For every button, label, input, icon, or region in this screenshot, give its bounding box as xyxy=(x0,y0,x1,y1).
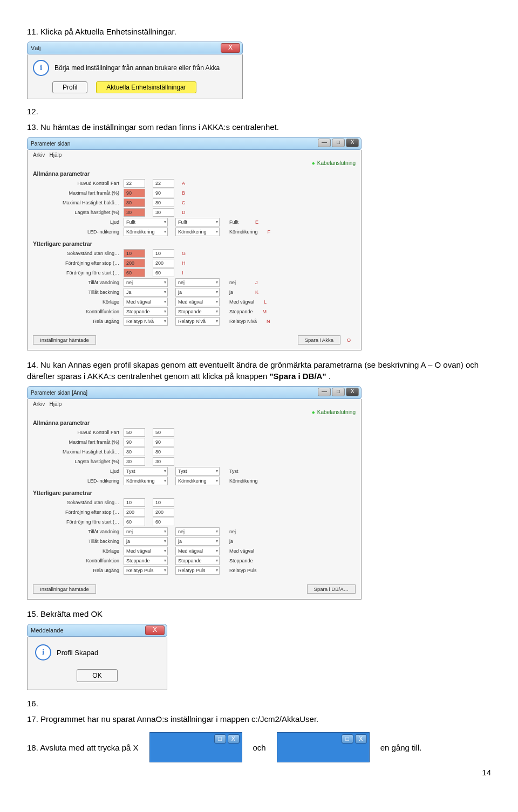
maxb-field-2: 80 xyxy=(153,448,174,456)
close-icon[interactable]: X xyxy=(346,139,359,147)
maxf-field-1[interactable]: 90 xyxy=(124,438,145,446)
step-16: 16. xyxy=(27,698,491,709)
sok-field-1[interactable]: 10 xyxy=(124,249,145,258)
label-vand: Tillåt vändning xyxy=(33,280,124,285)
label-fefter: Fördröjning efter stop (… xyxy=(33,260,124,266)
kontr-select-2[interactable]: Stoppande xyxy=(175,307,220,316)
label-ffore: Fördröjning före start (… xyxy=(33,270,124,276)
menu-arkiv[interactable]: Arkiv xyxy=(33,401,45,407)
maximize-icon[interactable]: □ xyxy=(342,734,353,744)
aktuella-enhetsinstallningar-button[interactable]: Aktuella Enhetsinställningar xyxy=(96,81,196,93)
vand-select-2[interactable]: nej xyxy=(175,278,220,287)
window-titlebar-2: Parameter sidan [Anna] — □ X xyxy=(27,386,362,399)
led-val-3: Körindikering xyxy=(227,477,260,485)
installningar-hamtade-button-2[interactable]: Inställningar hämtade xyxy=(33,584,96,594)
huvud-field-2: 22 xyxy=(153,179,174,188)
section-ytterligare: Ytterligare parametrar xyxy=(33,240,356,247)
vand-select-1[interactable]: nej xyxy=(124,527,168,536)
led-select-1[interactable]: Körindikering xyxy=(124,228,168,236)
dialog-title: Välj xyxy=(31,45,40,51)
annotation-b: B xyxy=(182,190,190,196)
rela-select-1[interactable]: Relätyp Nivå xyxy=(124,317,168,326)
rela-select-2[interactable]: Relätyp Nivå xyxy=(175,317,220,326)
label-korl: Körläge xyxy=(33,548,124,554)
huvud-field-1[interactable]: 22 xyxy=(124,179,145,188)
menu-arkiv[interactable]: Arkiv xyxy=(33,152,45,158)
installningar-hamtade-button[interactable]: Inställningar hämtade xyxy=(33,335,96,345)
menu-hjalp[interactable]: Hjälp xyxy=(50,152,62,158)
ljud-select-2[interactable]: Tyst xyxy=(175,467,220,476)
maxf-field-2: 90 xyxy=(153,438,174,446)
maximize-icon[interactable]: □ xyxy=(332,388,345,396)
close-icon[interactable]: X xyxy=(346,388,359,396)
label-ljud: Ljud xyxy=(33,219,124,225)
huvud-field-1[interactable]: 50 xyxy=(124,428,145,437)
maxb-field-1[interactable]: 80 xyxy=(124,448,145,456)
window-titlebar: Parameter sidan — □ X xyxy=(27,137,362,150)
vand-select-2[interactable]: nej xyxy=(175,527,220,536)
close-icon[interactable]: X xyxy=(355,734,367,744)
led-select-1[interactable]: Körindikering xyxy=(124,477,168,485)
led-select-2[interactable]: Körindikering xyxy=(175,477,220,485)
maximize-icon[interactable]: □ xyxy=(332,139,345,147)
ffore-field-1[interactable]: 60 xyxy=(124,269,145,277)
spara-i-akka-button[interactable]: Spara i Akka xyxy=(298,335,340,345)
fefter-field-1[interactable]: 200 xyxy=(124,508,145,517)
dialog-valj: Välj X i Börja med inställningar från an… xyxy=(27,42,243,99)
korl-select-2[interactable]: Med vägval xyxy=(175,547,220,555)
korl-select-2[interactable]: Med vägval xyxy=(175,298,220,306)
step-18-row: 18. Avsluta med att trycka på X □ X och … xyxy=(27,732,491,762)
korl-select-1[interactable]: Med vägval xyxy=(124,298,168,306)
vand-val-3: nej xyxy=(227,528,248,535)
minimize-icon[interactable]: — xyxy=(318,388,331,396)
msg-title: Meddelande xyxy=(31,627,64,634)
back-select-2[interactable]: ja xyxy=(175,288,220,297)
ffore-field-2: 60 xyxy=(153,269,174,277)
ljud-select-1[interactable]: Fullt xyxy=(124,218,168,226)
label-ljud: Ljud xyxy=(33,469,124,474)
vand-select-1[interactable]: nej xyxy=(124,278,168,287)
rela-select-1[interactable]: Relätyp Puls xyxy=(124,566,168,575)
close-icon[interactable]: X xyxy=(145,625,165,635)
step-18-pre: 18. Avsluta med att trycka på X xyxy=(27,743,139,752)
ffore-field-1[interactable]: 60 xyxy=(124,518,145,526)
label-kontr: Kontrollfunktion xyxy=(33,309,124,314)
label-led: LED-indikering xyxy=(33,478,124,484)
kontr-select-1[interactable]: Stoppande xyxy=(124,556,168,565)
ljud-select-1[interactable]: Tyst xyxy=(124,467,168,476)
rela-val-3: Relätyp Puls xyxy=(227,567,259,574)
close-icon[interactable]: X xyxy=(228,734,240,744)
label-korl: Körläge xyxy=(33,299,124,305)
window-controls-2: — □ X xyxy=(318,388,359,396)
back-select-1[interactable]: ja xyxy=(124,537,168,546)
sok-field-1[interactable]: 10 xyxy=(124,498,145,507)
back-select-1[interactable]: Ja xyxy=(124,288,168,297)
label-sok: Sökavstånd utan sling… xyxy=(33,500,124,505)
sok-field-2: 10 xyxy=(153,249,174,258)
rela-select-2[interactable]: Relätyp Puls xyxy=(175,566,220,575)
maxb-field-2: 80 xyxy=(153,198,174,207)
lag-field-1[interactable]: 30 xyxy=(124,457,145,466)
ljud-select-2[interactable]: Fullt xyxy=(175,218,220,226)
maxb-field-1[interactable]: 80 xyxy=(124,198,145,207)
back-select-2[interactable]: ja xyxy=(175,537,220,546)
window-title-2: Parameter sidan [Anna] xyxy=(31,390,87,396)
profil-button[interactable]: Profil xyxy=(52,81,87,93)
label-lag: Lägsta hastighet (%) xyxy=(33,459,124,464)
kontr-select-1[interactable]: Stoppande xyxy=(124,307,168,316)
ok-button[interactable]: OK xyxy=(77,669,117,682)
korl-val-3: Med vägval xyxy=(227,298,256,306)
maxf-field-1[interactable]: 90 xyxy=(124,189,145,197)
minimize-icon[interactable]: — xyxy=(318,139,331,147)
close-icon[interactable]: X xyxy=(221,43,240,53)
fefter-field-1[interactable]: 200 xyxy=(124,259,145,267)
annotation-h: H xyxy=(182,260,190,266)
kontr-select-2[interactable]: Stoppande xyxy=(175,556,220,565)
menu-hjalp[interactable]: Hjälp xyxy=(50,401,62,407)
spara-i-dba-button[interactable]: Spara i DB/A… xyxy=(307,584,356,594)
lag-field-1[interactable]: 30 xyxy=(124,208,145,217)
led-select-2[interactable]: Körindikering xyxy=(175,228,220,236)
maximize-icon[interactable]: □ xyxy=(214,734,226,744)
label-maxb: Maximal Hastighet bakå… xyxy=(33,200,124,205)
korl-select-1[interactable]: Med vägval xyxy=(124,547,168,555)
